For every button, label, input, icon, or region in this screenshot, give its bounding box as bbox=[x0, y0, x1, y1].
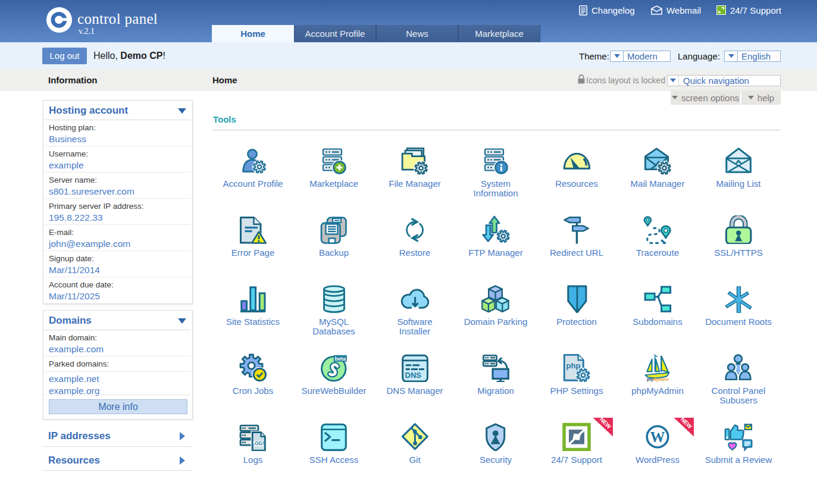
svg-text:php: php bbox=[566, 361, 581, 370]
svg-text:LOGS: LOGS bbox=[252, 441, 266, 446]
svg-text:phpMyAdmin: phpMyAdmin bbox=[647, 377, 669, 382]
svg-text:DNS: DNS bbox=[405, 371, 422, 380]
svg-text:beta: beta bbox=[335, 356, 347, 362]
svg-text:W: W bbox=[650, 429, 665, 445]
